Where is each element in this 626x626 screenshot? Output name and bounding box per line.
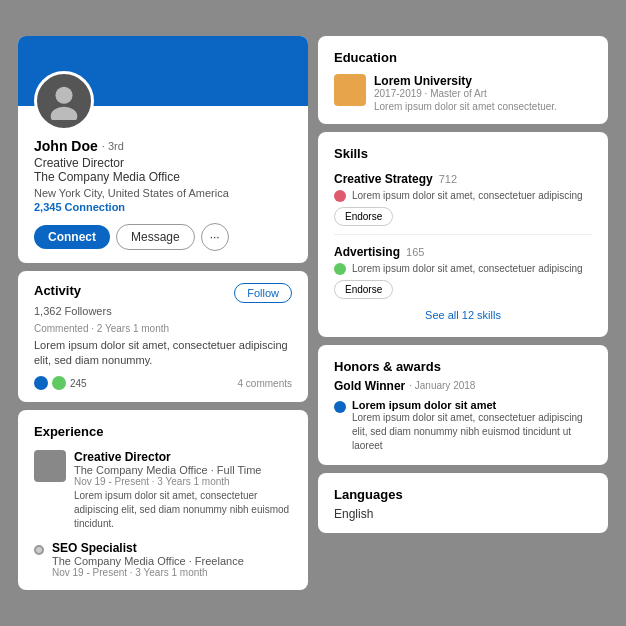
activity-section: Activity Follow 1,362 Followers Commente…	[18, 271, 308, 403]
honors-body: Lorem ipsum dolor sit amet Lorem ipsum d…	[334, 399, 592, 453]
experience-content-0: Creative Director The Company Media Offi…	[74, 450, 292, 531]
skill-name-0: Creative Strategy	[334, 172, 433, 186]
right-column: Education Lorem University 2017-2019 · M…	[318, 36, 608, 591]
languages-card: Languages English	[318, 473, 608, 533]
skill-header-1: Advertising 165	[334, 245, 592, 259]
experience-job-title-1: SEO Specialist	[52, 541, 244, 555]
language-text-0: English	[334, 507, 373, 521]
education-school-name: Lorem University	[374, 74, 557, 88]
profile-banner	[18, 36, 308, 106]
like-dot-green	[52, 376, 66, 390]
honors-content: Gold Winner · January 2018 Lorem ipsum d…	[334, 379, 592, 453]
honors-dot-icon	[334, 401, 346, 413]
experience-item-0: Creative Director The Company Media Offi…	[34, 450, 292, 531]
connect-button[interactable]: Connect	[34, 225, 110, 249]
education-card: Education Lorem University 2017-2019 · M…	[318, 36, 608, 124]
experience-card: Experience Creative Director The Company…	[18, 410, 308, 590]
activity-text: Lorem ipsum dolor sit amet, consectetuer…	[34, 338, 292, 369]
avatar	[34, 71, 94, 131]
honors-award-name: Gold Winner	[334, 379, 405, 393]
skill-item-0: Creative Strategy 712 Lorem ipsum dolor …	[334, 172, 592, 226]
activity-comments: 4 comments	[238, 378, 292, 389]
honors-desc: Lorem ipsum dolor sit amet, consectetuer…	[352, 411, 592, 453]
activity-title: Activity	[34, 283, 81, 298]
skill-count-0: 712	[439, 173, 457, 185]
honors-title: Honors & awards	[334, 359, 441, 374]
activity-header: Activity Follow	[34, 283, 292, 303]
message-button[interactable]: Message	[116, 224, 195, 250]
education-item: Lorem University 2017-2019 · Master of A…	[334, 74, 592, 112]
experience-company-icon-0	[34, 450, 66, 482]
activity-followers: 1,362 Followers	[34, 305, 292, 317]
experience-date-1: Nov 19 - Present · 3 Years 1 month	[52, 567, 244, 578]
more-dots-icon: ···	[210, 230, 220, 244]
honors-short-text: Lorem ipsum dolor sit amet	[352, 399, 592, 411]
education-date: 2017-2019 · Master of Art	[374, 88, 557, 99]
left-column: John Doe · 3rd Creative Director The Com…	[18, 36, 308, 591]
skills-card: Skills Creative Strategy 712 Lorem ipsum…	[318, 132, 608, 337]
person-icon	[45, 82, 83, 120]
profile-actions: Connect Message ···	[34, 223, 292, 251]
likes-count: 245	[70, 378, 87, 389]
skills-divider	[334, 234, 592, 235]
skill-desc-text-1: Lorem ipsum dolor sit amet, consectetuer…	[352, 263, 583, 274]
education-section: Education Lorem University 2017-2019 · M…	[318, 36, 608, 124]
skills-title: Skills	[334, 146, 368, 161]
skill-item-1: Advertising 165 Lorem ipsum dolor sit am…	[334, 245, 592, 299]
education-title: Education	[334, 50, 397, 65]
skill-desc-text-0: Lorem ipsum dolor sit amet, consectetuer…	[352, 190, 583, 201]
endorse-button-0[interactable]: Endorse	[334, 207, 393, 226]
honors-award-date: · January 2018	[409, 380, 475, 391]
skill-desc-1: Lorem ipsum dolor sit amet, consectetuer…	[334, 263, 592, 275]
honors-text-block: Lorem ipsum dolor sit amet Lorem ipsum d…	[352, 399, 592, 453]
experience-content-1: SEO Specialist The Company Media Office …	[52, 541, 244, 578]
endorse-button-1[interactable]: Endorse	[334, 280, 393, 299]
experience-date-0: Nov 19 - Present · 3 Years 1 month	[74, 476, 292, 487]
experience-job-title-0: Creative Director	[74, 450, 292, 464]
experience-dot-icon-1	[34, 545, 44, 555]
education-desc: Lorem ipsum dolor sit amet consectetuer.	[374, 101, 557, 112]
education-school-icon	[334, 74, 366, 106]
languages-title: Languages	[334, 487, 403, 502]
skill-dot-icon-0	[334, 190, 346, 202]
experience-section: Experience Creative Director The Company…	[18, 410, 308, 590]
profile-card: John Doe · 3rd Creative Director The Com…	[18, 36, 308, 263]
skill-desc-0: Lorem ipsum dolor sit amet, consectetuer…	[334, 190, 592, 202]
profile-connections: 2,345 Connection	[34, 201, 292, 213]
like-dot-blue	[34, 376, 48, 390]
experience-item-1: SEO Specialist The Company Media Office …	[34, 541, 292, 578]
activity-likes: 245	[34, 376, 87, 390]
experience-company-1: The Company Media Office · Freelance	[52, 555, 244, 567]
language-item-0: English	[334, 507, 592, 521]
skills-section: Skills Creative Strategy 712 Lorem ipsum…	[318, 132, 608, 337]
profile-company: The Company Media Office	[34, 170, 292, 184]
profile-title: Creative Director	[34, 156, 292, 170]
main-container: John Doe · 3rd Creative Director The Com…	[18, 36, 608, 591]
activity-meta: Commented · 2 Years 1 month	[34, 323, 292, 334]
skill-header-0: Creative Strategy 712	[334, 172, 592, 186]
experience-title: Experience	[34, 424, 103, 439]
honors-section: Honors & awards Gold Winner · January 20…	[318, 345, 608, 465]
languages-section: Languages English	[318, 473, 608, 533]
follow-button[interactable]: Follow	[234, 283, 292, 303]
profile-name: John Doe	[34, 138, 98, 154]
honors-award-row: Gold Winner · January 2018	[334, 379, 592, 393]
skill-count-1: 165	[406, 246, 424, 258]
education-content: Lorem University 2017-2019 · Master of A…	[374, 74, 557, 112]
svg-point-0	[55, 86, 72, 103]
experience-desc-0: Lorem ipsum dolor sit amet, consectetuer…	[74, 489, 292, 531]
activity-card: Activity Follow 1,362 Followers Commente…	[18, 271, 308, 403]
profile-location: New York City, United States of America	[34, 187, 292, 199]
svg-point-1	[51, 106, 78, 119]
skill-name-1: Advertising	[334, 245, 400, 259]
skill-dot-icon-1	[334, 263, 346, 275]
honors-card: Honors & awards Gold Winner · January 20…	[318, 345, 608, 465]
more-button[interactable]: ···	[201, 223, 229, 251]
activity-footer: 245 4 comments	[34, 376, 292, 390]
profile-badge: · 3rd	[102, 140, 124, 152]
see-all-skills[interactable]: See all 12 skills	[334, 309, 592, 325]
experience-company-0: The Company Media Office · Full Time	[74, 464, 292, 476]
